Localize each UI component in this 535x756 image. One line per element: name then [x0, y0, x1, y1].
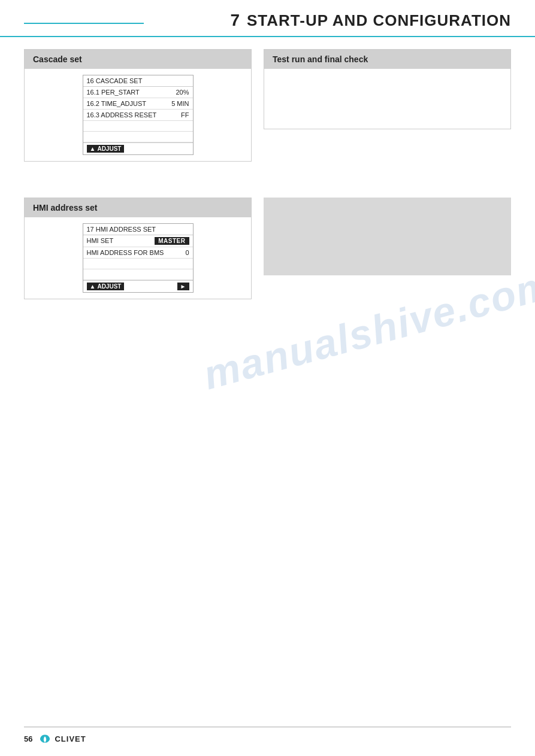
cascade-screen-header-label: 16 CASCADE SET: [87, 77, 143, 84]
hmi-right-arrow-btn[interactable]: ►: [177, 283, 189, 290]
clivet-logo-text: CLIVET: [55, 734, 86, 743]
cascade-adjust-label: ADJUST: [97, 145, 121, 152]
cascade-set-box: Cascade set 16 CASCADE SET 16.1 PER_STAR…: [24, 49, 252, 162]
cascade-row-3-value: FF: [181, 111, 189, 119]
hmi-address-section: HMI address set 17 HMI ADDRESS SET HMI S…: [24, 198, 252, 299]
cascade-screen-footer: ▲ ADJUST: [83, 142, 193, 154]
cascade-screen-widget: 16 CASCADE SET 16.1 PER_START 20% 16.2 T…: [83, 75, 194, 155]
chapter-number: 7: [230, 11, 240, 30]
hmi-row-2-value: 0: [185, 249, 189, 256]
page-footer: 56 CLIVET: [24, 727, 511, 745]
hmi-adjust-icon: ▲: [90, 283, 96, 290]
hmi-row-1: HMI SET MASTER: [83, 235, 193, 247]
spacer-1: [24, 174, 511, 198]
accent-line: [24, 23, 144, 24]
cascade-row-1-label: 16.1 PER_START: [87, 89, 140, 96]
cascade-row-3: 16.3 ADDRESS RESET FF: [83, 110, 193, 121]
test-run-content: [270, 75, 504, 123]
cascade-set-body: 16 CASCADE SET 16.1 PER_START 20% 16.2 T…: [25, 69, 251, 161]
hmi-address-header: HMI address set: [25, 198, 251, 217]
cascade-row-4: [83, 121, 193, 132]
row-2: HMI address set 17 HMI ADDRESS SET HMI S…: [24, 198, 511, 299]
cascade-row-2-value: 5 MIN: [171, 100, 189, 107]
hmi-screen-footer: ▲ ADJUST ►: [83, 280, 193, 292]
page-number: 56: [24, 734, 32, 743]
hmi-address-box: HMI address set 17 HMI ADDRESS SET HMI S…: [24, 198, 252, 299]
hmi-adjust-btn[interactable]: ▲ ADJUST: [87, 283, 125, 290]
cascade-row-1: 16.1 PER_START 20%: [83, 87, 193, 98]
cascade-row-5: [83, 132, 193, 142]
page-header: 7 START-UP AND CONFIGURATION: [0, 0, 535, 37]
row-1: Cascade set 16 CASCADE SET 16.1 PER_STAR…: [24, 49, 511, 162]
cascade-adjust-btn[interactable]: ▲ ADJUST: [87, 145, 125, 153]
hmi-address-body: 17 HMI ADDRESS SET HMI SET MASTER HMI AD…: [25, 217, 251, 299]
test-run-section: Test run and final check: [264, 49, 511, 162]
hmi-row-2: HMI ADDRESS FOR BMS 0: [83, 247, 193, 259]
gray-placeholder-box: [264, 198, 511, 275]
cascade-screen-header: 16 CASCADE SET: [83, 75, 193, 87]
master-badge: MASTER: [155, 237, 189, 245]
cascade-row-1-value: 20%: [176, 89, 189, 96]
hmi-screen-header-label: 17 HMI ADDRESS SET: [87, 226, 156, 233]
clivet-logo: CLIVET: [38, 732, 86, 745]
cascade-set-section: Cascade set 16 CASCADE SET 16.1 PER_STAR…: [24, 49, 252, 162]
test-run-header: Test run and final check: [264, 50, 510, 69]
test-run-body: [264, 69, 510, 129]
test-run-box: Test run and final check: [264, 49, 511, 129]
cascade-set-header: Cascade set: [25, 50, 251, 69]
chapter-title: START-UP AND CONFIGURATION: [247, 11, 511, 30]
hmi-adjust-label: ADJUST: [97, 283, 121, 290]
clivet-logo-icon: [38, 732, 52, 745]
cascade-row-2: 16.2 TIME_ADJUST 5 MIN: [83, 98, 193, 110]
hmi-right-placeholder: [264, 198, 511, 299]
hmi-row-4: [83, 269, 193, 280]
hmi-screen-header: 17 HMI ADDRESS SET: [83, 224, 193, 235]
hmi-screen-widget: 17 HMI ADDRESS SET HMI SET MASTER HMI AD…: [83, 223, 194, 293]
main-content: Cascade set 16 CASCADE SET 16.1 PER_STAR…: [0, 37, 535, 329]
cascade-row-2-label: 16.2 TIME_ADJUST: [87, 100, 146, 107]
hmi-row-2-label: HMI ADDRESS FOR BMS: [87, 249, 164, 256]
cascade-row-3-label: 16.3 ADDRESS RESET: [87, 111, 157, 119]
cascade-adjust-icon: ▲: [90, 145, 96, 152]
hmi-row-3: [83, 259, 193, 269]
hmi-row-1-label: HMI SET: [87, 237, 114, 245]
